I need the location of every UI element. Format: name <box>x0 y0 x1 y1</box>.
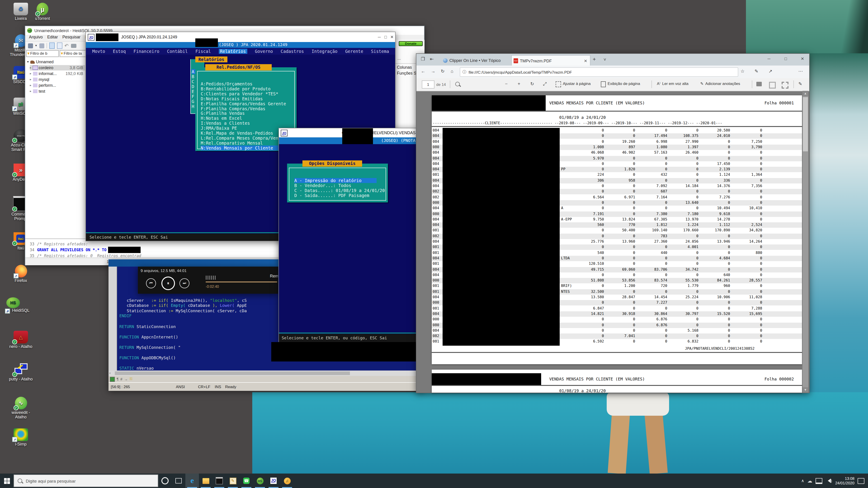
cortana-icon[interactable] <box>158 474 172 488</box>
onedrive-icon[interactable]: ☁ <box>807 478 812 484</box>
desktop-icon-waveedit[interactable]: ∿✓waveedit - Atalho <box>6 397 35 419</box>
tab-clipper-forum[interactable]: Clipper On Line • Ver Tópico <box>441 55 510 66</box>
save-icon[interactable] <box>769 82 776 89</box>
desktop-icon-nero[interactable]: △✓nero - Atalho <box>6 331 35 349</box>
pdf-scrollbar[interactable]: ▲ ▼ <box>802 91 808 393</box>
undo-icon[interactable]: ↶ <box>64 43 68 48</box>
dialog-option-c[interactable]: C - Datas.....: 01/08/19 a 24/01/20 <box>294 188 385 193</box>
pause-button[interactable]: ⏸ <box>161 276 175 290</box>
info-icon[interactable]: ⓘ <box>463 69 466 75</box>
donate-button[interactable]: Donate <box>399 41 423 46</box>
home-icon[interactable]: ⌂ <box>451 69 454 74</box>
network-icon[interactable] <box>815 478 822 484</box>
tree-root-unnamed[interactable]: ▾Unnamed <box>27 59 85 65</box>
scrollbar-thumb[interactable] <box>803 97 808 151</box>
dialog-option-d[interactable]: D - Saída......: PDF Paisagem <box>294 193 369 198</box>
jpa-menu-governo[interactable]: Governo <box>255 49 273 54</box>
tree-item-cordeiro[interactable]: ▸cordeiro3,8 GiB <box>30 65 85 70</box>
editor-tool-icon[interactable] <box>110 377 115 382</box>
caret-right-icon[interactable]: ▸ <box>30 72 31 75</box>
desktop-icon-firefox[interactable]: ↗Firefox <box>6 265 35 283</box>
jpa1-titlebar[interactable]: JQ ( JOSEQ ) JPA 2020.01.24.1249 ─ □ ✕ <box>86 32 395 42</box>
rotate-icon[interactable]: ↻ <box>530 81 534 86</box>
arrow-icon[interactable]: → <box>124 377 128 381</box>
panel-functions-label[interactable]: Funções S <box>397 71 416 75</box>
desktop-icon-putty[interactable]: ✓putty - Atalho <box>6 363 35 381</box>
refresh-icon[interactable]: ↻ <box>441 69 445 74</box>
new-tab-icon[interactable]: + <box>593 56 596 62</box>
hash-icon[interactable]: # <box>121 377 123 381</box>
maximize-icon[interactable]: □ <box>782 57 789 61</box>
taskbar-app-jq[interactable]: JQ <box>267 474 280 488</box>
share-icon[interactable]: ↗ <box>769 69 772 74</box>
submenu-item-e[interactable]: E:Planilha Compras/Vendas Gerente <box>201 101 286 106</box>
forward-icon[interactable]: → <box>431 69 435 74</box>
disconnect-icon[interactable] <box>39 43 44 48</box>
taskbar-app-player[interactable]: ♫ <box>280 474 294 488</box>
notification-center-icon[interactable] <box>858 478 864 484</box>
jpa-menu-estoq[interactable]: Estoq <box>113 49 126 54</box>
print-icon[interactable] <box>756 82 762 86</box>
scroll-down-icon[interactable]: ▼ <box>802 387 808 393</box>
submenu-item-l[interactable]: L:Rel.Compara Meses Compra/Vend <box>201 135 281 140</box>
scroll-up-icon[interactable]: ▲ <box>802 91 808 96</box>
jpa-menu-financeiro[interactable]: Financeiro <box>133 49 159 54</box>
previous-track-button[interactable]: ⏮ <box>146 278 156 288</box>
page-number-input[interactable]: 1 <box>422 80 434 89</box>
desktop-icon-utorrent[interactable]: µ✓uTorrent <box>28 3 57 21</box>
caret-right-icon[interactable]: ▸ <box>30 90 31 93</box>
jpa-menu-gerente[interactable]: Gerente <box>345 49 363 54</box>
next-track-button[interactable]: ⏭ <box>180 278 189 288</box>
dialog-option-a[interactable]: A - Impressão do relatório <box>294 178 377 183</box>
submenu-item-d[interactable]: D:Notas Fiscais Emitidas <box>201 96 263 101</box>
annotate-pen-icon[interactable]: ✎ <box>754 69 758 74</box>
tray-chevron-up-icon[interactable]: ∧ <box>801 479 804 483</box>
save-as-icon[interactable] <box>782 82 788 89</box>
back-icon[interactable]: ← <box>421 69 426 74</box>
close-tab-icon[interactable]: ✕ <box>584 59 587 63</box>
task-view-icon[interactable] <box>172 474 185 488</box>
add-annotations-button[interactable]: ✎ Adicionar anotações <box>700 81 740 86</box>
jpa-menu-fiscal[interactable]: Fiscal <box>195 49 211 54</box>
fullscreen-icon[interactable]: ⤢ <box>543 81 547 87</box>
taskbar-app-whatsapp[interactable]: ☎ <box>240 474 253 488</box>
taskbar-app-edge[interactable]: e <box>185 474 199 488</box>
tab-preview-icon[interactable]: ❐ <box>421 57 425 61</box>
connect-icon[interactable] <box>28 43 33 48</box>
page-view-button[interactable]: Exibição de página <box>601 81 640 87</box>
tree-item-mysql[interactable]: ▸mysql <box>30 77 85 82</box>
paste-icon[interactable] <box>57 42 62 49</box>
connect-dropdown-icon[interactable]: ▾ <box>35 44 37 47</box>
desktop-icon-heidisql[interactable]: HS↗HeidiSQL <box>6 297 35 313</box>
highlighter-icon[interactable]: ✎ <box>798 81 802 86</box>
minimize-icon[interactable]: ─ <box>376 35 382 39</box>
submenu-item-h[interactable]: H:Notas em Excel <box>201 116 242 121</box>
jpa-menu-contábil[interactable]: Contábil <box>167 49 188 54</box>
dialog-option-b[interactable]: B - Vendedor...: Todos <box>294 183 351 188</box>
submenu-item-a[interactable]: A:Pedidos/Orçamentos <box>201 81 252 86</box>
minimize-icon[interactable]: ─ <box>766 57 772 61</box>
volume-icon[interactable]: ) <box>826 479 832 483</box>
taskbar-app-heidisql[interactable]: HS <box>253 474 267 488</box>
caret-right-icon[interactable]: ▸ <box>30 84 31 87</box>
tab-pdf-active[interactable]: PDF TMPv7rwzm.PDF ✕ <box>511 55 590 66</box>
taskbar-app-explorer[interactable] <box>199 474 213 488</box>
menu-item-editar[interactable]: Editar <box>47 35 58 41</box>
taskbar-app-editor[interactable]: ✎ <box>226 474 240 488</box>
tree-item-perform[interactable]: ▸perform... <box>30 83 85 88</box>
hscroll-thumb[interactable] <box>115 371 350 375</box>
close-icon[interactable]: ✕ <box>799 57 806 61</box>
caret-down-icon[interactable]: ▾ <box>27 60 29 64</box>
jpa-menu-relatórios[interactable]: Relatórios <box>219 49 247 54</box>
jpa-menu-cadastros[interactable]: Cadastros <box>281 49 304 54</box>
url-field[interactable]: ⓘ file:///C:/Users/jmcqu/AppData/Local/T… <box>460 67 738 77</box>
submenu-item-j[interactable]: J:RMA/Baixa PE <box>201 126 237 131</box>
submenu-item-k[interactable]: K:Rel.Mapa de Vendas-Pedidos <box>201 131 273 135</box>
submenu-item-c[interactable]: C:Clientes para Vendedor *TES* <box>201 91 278 96</box>
print-icon[interactable] <box>71 43 76 48</box>
fit-page-button[interactable]: Ajustar à página <box>556 81 591 87</box>
database-filter-input[interactable]: ▼ Filtro de b <box>26 50 59 57</box>
zoom-in-icon[interactable]: + <box>518 81 520 86</box>
set-aside-tabs-icon[interactable]: ⇤ <box>430 57 434 61</box>
submenu-item-b[interactable]: B:Rentabilidade por Produto <box>201 86 271 91</box>
